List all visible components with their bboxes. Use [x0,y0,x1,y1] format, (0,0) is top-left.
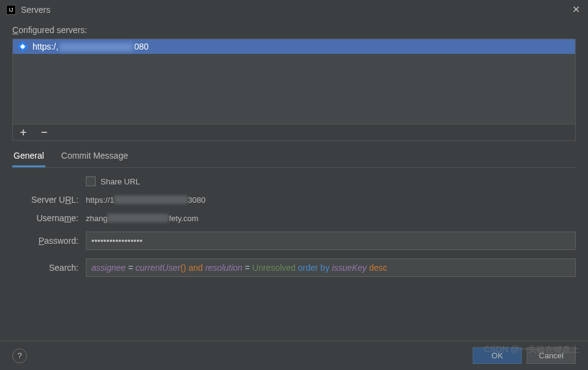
ok-button[interactable]: OK [473,347,522,364]
server-list-item[interactable]: https:/,080 [13,39,575,54]
window-title: Servers [21,5,570,15]
username-label: Username: [12,213,86,223]
cancel-button[interactable]: Cancel [527,347,576,364]
tab-commit-message[interactable]: Commit Message [60,148,129,167]
server-url-row: Server URL: https://13080 [12,195,576,205]
footer: ? OK Cancel [0,341,588,370]
share-url-row: Share URL [86,176,576,186]
tabs: General Commit Message [12,148,576,168]
configured-servers-label: Configured servers: [0,19,588,39]
server-url-text: https:/,080 [32,42,148,51]
username-row: Username: zhangfety.com [12,213,576,223]
server-url-input[interactable]: https://13080 [86,195,576,205]
server-list[interactable]: https:/,080 [12,39,576,124]
username-input[interactable]: zhangfety.com [86,214,576,223]
search-row: Search: assignee = currentUser() and res… [12,259,576,277]
server-url-label: Server URL: [12,195,86,205]
search-input[interactable]: assignee = currentUser() and resolution … [86,259,576,277]
password-label: Password: [12,236,86,246]
close-icon[interactable]: ✕ [570,4,582,15]
remove-button[interactable]: − [39,127,50,138]
share-url-label: Share URL [101,177,140,186]
title-bar: IJ Servers ✕ [0,0,588,19]
jira-icon [18,42,28,51]
share-url-checkbox[interactable] [86,176,96,186]
password-row: Password: [12,232,576,250]
help-button[interactable]: ? [12,349,27,363]
tab-general[interactable]: General [12,148,45,167]
list-toolbar: + − [12,124,576,141]
app-icon: IJ [6,5,16,15]
add-button[interactable]: + [18,127,29,138]
password-input[interactable] [86,232,576,250]
form: Share URL Server URL: https://13080 User… [12,176,576,277]
search-label: Search: [12,263,86,273]
